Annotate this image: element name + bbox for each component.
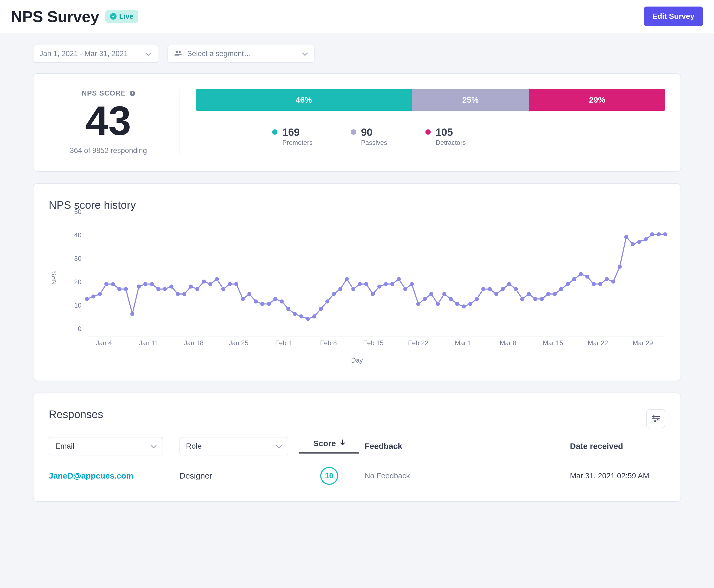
svg-point-71 (533, 297, 537, 301)
svg-point-10 (137, 285, 141, 289)
info-icon[interactable]: i (130, 91, 135, 96)
svg-point-21 (208, 282, 212, 286)
svg-point-35 (299, 314, 303, 318)
svg-point-88 (644, 237, 648, 241)
svg-point-48 (384, 282, 388, 286)
nps-history-card: NPS score history NPS 01020304050 Jan 4J… (33, 183, 681, 381)
response-score-chip: 10 (320, 467, 338, 485)
bar-segment-promoters: 46% (196, 89, 412, 111)
filter-bar: Jan 1, 2021 - Mar 31, 2021 Select a segm… (33, 45, 681, 63)
svg-point-85 (624, 235, 628, 239)
ytick: 30 (74, 255, 81, 262)
svg-point-17 (182, 292, 186, 296)
svg-point-65 (494, 292, 498, 296)
svg-point-37 (312, 314, 317, 318)
email-column-select[interactable]: Email (49, 437, 163, 456)
ytick: 10 (74, 302, 81, 309)
svg-point-24 (228, 282, 232, 286)
ytick: 40 (74, 231, 81, 239)
svg-point-64 (488, 287, 492, 291)
date-range-select[interactable]: Jan 1, 2021 - Mar 31, 2021 (33, 45, 158, 63)
svg-point-49 (390, 282, 394, 286)
svg-point-2 (85, 297, 89, 301)
svg-point-12 (150, 282, 154, 286)
legend-detractors: 105 Detractors (425, 127, 466, 146)
svg-point-72 (540, 297, 544, 301)
check-circle-icon (110, 13, 117, 20)
svg-point-19 (195, 287, 199, 291)
page-header: NPS Survey Live Edit Survey (0, 0, 714, 33)
svg-point-40 (332, 292, 336, 296)
chevron-down-icon (276, 442, 282, 450)
svg-point-1 (179, 51, 181, 54)
dot-icon (425, 129, 431, 135)
nps-history-chart (87, 219, 665, 336)
feedback-column-header[interactable]: Feedback (359, 442, 570, 451)
svg-point-59 (455, 302, 460, 306)
chart-ylabel: NPS (50, 271, 58, 285)
svg-point-63 (481, 287, 485, 291)
ytick: 20 (74, 278, 81, 286)
chart-yaxis: 01020304050 (65, 219, 81, 336)
response-feedback: No Feedback (359, 471, 570, 480)
svg-point-16 (176, 292, 180, 296)
score-column-header[interactable]: Score (299, 439, 359, 454)
legend-passives: 90 Passives (351, 127, 387, 146)
svg-point-90 (657, 232, 661, 236)
svg-point-32 (280, 299, 284, 303)
card-title: NPS score history (49, 199, 665, 211)
chevron-down-icon (150, 442, 157, 450)
svg-point-38 (319, 307, 323, 311)
role-column-select[interactable]: Role (180, 437, 288, 456)
status-badge-live: Live (105, 10, 138, 23)
svg-point-31 (273, 297, 278, 301)
filter-button[interactable] (646, 409, 665, 428)
svg-point-34 (293, 312, 297, 316)
edit-survey-button[interactable]: Edit Survey (644, 6, 703, 26)
svg-point-51 (403, 287, 407, 291)
svg-point-60 (462, 304, 466, 309)
svg-point-44 (358, 282, 362, 286)
svg-point-0 (176, 50, 178, 53)
svg-point-89 (650, 232, 654, 236)
svg-point-78 (579, 272, 583, 276)
chart-xlabel: Day (49, 357, 665, 364)
svg-point-68 (514, 287, 518, 291)
svg-point-54 (423, 297, 427, 301)
responses-card: Responses Email (33, 393, 681, 502)
response-email[interactable]: JaneD@appcues.com (49, 471, 180, 481)
date-range-value: Jan 1, 2021 - Mar 31, 2021 (40, 49, 128, 58)
svg-point-3 (91, 295, 95, 299)
nps-score-label: NPS SCORE i (49, 89, 168, 98)
svg-point-82 (605, 277, 609, 281)
segment-select[interactable]: Select a segment… (167, 45, 314, 63)
nps-score-card: NPS SCORE i 43 364 of 9852 responding 46… (33, 73, 681, 172)
segment-placeholder: Select a segment… (187, 49, 251, 58)
svg-point-4 (98, 292, 102, 296)
svg-point-29 (260, 302, 264, 306)
svg-point-91 (664, 232, 668, 236)
response-role: Designer (180, 471, 299, 481)
svg-point-52 (410, 282, 414, 286)
table-row: JaneD@appcues.comDesigner10No FeedbackMa… (49, 456, 665, 485)
dot-icon (272, 129, 278, 135)
svg-point-50 (397, 277, 401, 281)
legend-promoters: 169 Promoters (272, 127, 313, 146)
svg-point-28 (254, 299, 258, 303)
svg-point-26 (241, 297, 245, 301)
nps-stacked-bar: 46% 25% 29% (196, 89, 665, 111)
nps-legend: 169 Promoters 90 Passives (196, 127, 665, 146)
nps-score-value: 43 (49, 100, 168, 141)
users-icon (174, 49, 182, 58)
svg-point-55 (429, 292, 433, 296)
ytick: 0 (78, 325, 81, 333)
svg-point-62 (475, 297, 479, 301)
responding-text: 364 of 9852 responding (49, 146, 168, 155)
date-column-header[interactable]: Date received (570, 442, 665, 451)
ytick: 50 (74, 208, 81, 216)
svg-point-8 (124, 287, 128, 291)
svg-point-36 (306, 317, 310, 321)
chevron-down-icon (302, 49, 308, 58)
bar-segment-passives: 25% (412, 89, 529, 111)
page-title: NPS Survey (11, 7, 99, 26)
